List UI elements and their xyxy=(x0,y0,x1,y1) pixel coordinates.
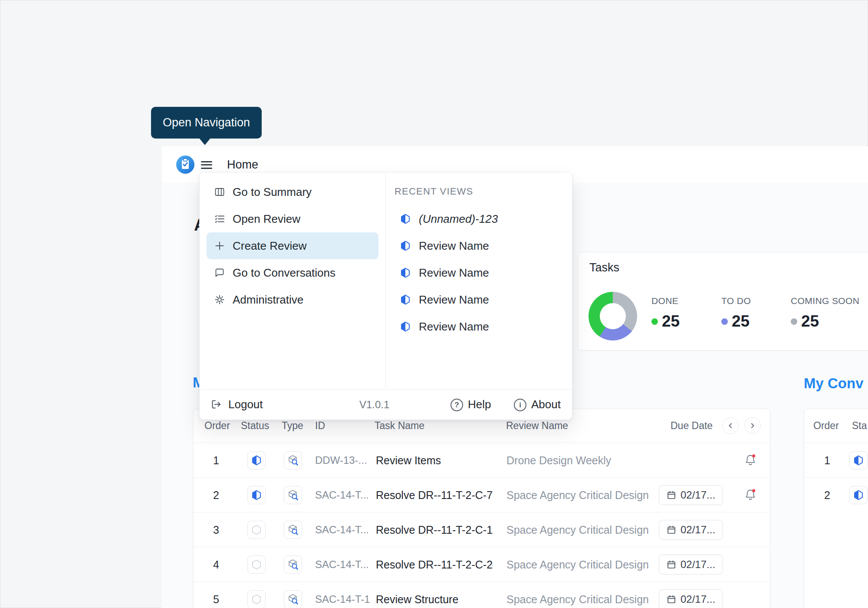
status-in-progress-button[interactable] xyxy=(849,451,868,469)
column-header-due-date: Due Date xyxy=(671,409,713,443)
due-date-chip[interactable]: 02/17... xyxy=(659,485,723,505)
table-row[interactable]: 2 SAC-14-T... Resolve DR--11-T-2-C-7 Spa… xyxy=(194,477,770,512)
type-review-button[interactable] xyxy=(284,486,302,504)
logout-button[interactable]: Logout xyxy=(228,390,263,420)
menu-item-label: Create Review xyxy=(233,239,307,253)
cell-review-name: Space Agency Critical Design xyxy=(506,512,649,547)
notification-bell-icon[interactable] xyxy=(744,488,757,501)
cell-review-name: Space Agency Critical Design xyxy=(506,478,649,512)
calendar-icon xyxy=(667,595,676,604)
due-date-chip[interactable]: 02/17... xyxy=(659,520,723,540)
tasks-donut-chart xyxy=(589,292,637,340)
hexagon-half-icon xyxy=(400,213,411,225)
cube-search-icon xyxy=(287,524,299,536)
cube-search-icon xyxy=(287,489,299,501)
type-review-button[interactable] xyxy=(284,555,302,574)
recent-views-heading: RECENT VIEWS xyxy=(395,186,473,197)
cell-task-name: Review Items xyxy=(376,443,441,478)
due-date-chip[interactable]: 02/17... xyxy=(659,555,723,575)
table-row[interactable]: 2 xyxy=(804,477,868,512)
status-open-button[interactable] xyxy=(247,590,266,608)
recent-view-item[interactable]: Review Name xyxy=(400,286,489,313)
due-date-value: 02/17... xyxy=(681,524,715,536)
menu-divider xyxy=(385,172,386,390)
cell-id: SAC-14-T... xyxy=(315,547,369,582)
recent-view-item[interactable]: Review Name xyxy=(400,259,489,286)
open-navigation-tooltip: Open Navigation xyxy=(151,107,262,139)
status-open-button[interactable] xyxy=(247,555,266,574)
cell-order: 1 xyxy=(817,443,837,478)
checklist-icon xyxy=(214,213,225,225)
cell-id: SAC-14-T... xyxy=(315,512,369,547)
cell-task-name: Resolve DR--11-T-2-C-7 xyxy=(376,478,493,512)
cell-id: DDW-13-... xyxy=(315,443,367,478)
table-row[interactable]: 3 SAC-14-T... Resolve DR--11-T-2-C-1 Spa… xyxy=(194,512,770,547)
next-page-button[interactable] xyxy=(744,417,761,434)
legend-coming-soon: COMING SOON 25 xyxy=(791,296,859,330)
menu-item-label: Open Review xyxy=(233,212,300,226)
status-in-progress-button[interactable] xyxy=(849,486,868,504)
cell-order: 2 xyxy=(817,478,837,512)
todo-label: TO DO xyxy=(721,296,751,306)
due-date-chip[interactable]: 02/17... xyxy=(659,589,723,608)
table-row[interactable]: 1 DDW-13-... Review Items Drone Design W… xyxy=(194,443,770,478)
hamburger-menu-icon[interactable] xyxy=(201,159,212,170)
my-conversations-heading: My Conv xyxy=(804,375,864,392)
about-icon: i xyxy=(514,399,526,411)
cell-task-name: Resolve DR--11-T-2-C-1 xyxy=(376,512,493,547)
menu-item-administrative[interactable]: Administrative xyxy=(207,286,378,313)
recent-view-item[interactable]: Review Name xyxy=(400,232,489,259)
help-icon: ? xyxy=(450,399,463,411)
recent-view-label: Review Name xyxy=(419,320,489,334)
type-review-button[interactable] xyxy=(284,590,302,608)
cell-order: 1 xyxy=(207,443,226,478)
hexagon-half-icon xyxy=(400,294,411,305)
help-button[interactable]: Help xyxy=(468,390,491,420)
prev-page-button[interactable] xyxy=(722,417,739,434)
hexagon-half-icon xyxy=(400,321,411,332)
coming-soon-count: 25 xyxy=(801,312,819,330)
tooltip-label: Open Navigation xyxy=(163,116,250,129)
recent-view-label: Review Name xyxy=(419,239,489,253)
legend-done-label: DONE xyxy=(651,296,680,306)
status-in-progress-button[interactable] xyxy=(247,451,266,469)
coming-soon-label: COMING SOON xyxy=(791,296,859,306)
summary-icon xyxy=(214,186,225,198)
coming-soon-dot-icon xyxy=(791,318,797,325)
recent-view-label: (Unnamed)-123 xyxy=(419,212,498,226)
calendar-icon xyxy=(667,560,676,569)
hexagon-half-icon xyxy=(853,489,864,501)
hexagon-half-icon xyxy=(251,489,262,501)
menu-item-open-review[interactable]: Open Review xyxy=(207,205,378,232)
menu-item-label: Administrative xyxy=(233,293,303,307)
due-date-value: 02/17... xyxy=(681,558,715,571)
version-label: V1.0.1 xyxy=(359,390,389,420)
menu-item-create-review[interactable]: Create Review xyxy=(207,232,378,259)
due-date-value: 02/17... xyxy=(681,489,715,501)
table-row[interactable]: 1 xyxy=(804,443,868,478)
cube-search-icon xyxy=(287,593,299,605)
hexagon-outline-icon xyxy=(251,524,262,535)
status-open-button[interactable] xyxy=(247,521,266,539)
cell-order: 3 xyxy=(207,512,226,547)
table-row[interactable]: 5 SAC-14-T-1 Review Structure Space Agen… xyxy=(194,582,770,608)
notification-bell-icon[interactable] xyxy=(744,453,757,466)
recent-view-label: Review Name xyxy=(419,266,489,280)
recent-view-item[interactable]: Review Name xyxy=(400,313,489,340)
table-row[interactable]: 4 SAC-14-T... Resolve DR--11-T-2-C-2 Spa… xyxy=(194,547,770,582)
status-in-progress-button[interactable] xyxy=(247,486,266,504)
gear-icon xyxy=(214,294,225,305)
menu-item-go-to-conversations[interactable]: Go to Conversations xyxy=(207,259,378,286)
recent-view-item[interactable]: (Unnamed)-123 xyxy=(400,205,498,232)
hexagon-half-icon xyxy=(400,240,411,251)
type-review-button[interactable] xyxy=(284,521,302,539)
cell-review-name: Space Agency Critical Design xyxy=(506,582,649,608)
type-review-button[interactable] xyxy=(284,451,302,469)
app-logo-icon xyxy=(176,155,194,174)
my-tasks-table: Order Status Type ID Task Name Review Na… xyxy=(193,409,770,608)
about-button[interactable]: About xyxy=(531,390,561,420)
menu-item-label: Go to Summary xyxy=(233,185,312,199)
cell-order: 2 xyxy=(207,478,226,512)
menu-item-go-to-summary[interactable]: Go to Summary xyxy=(207,178,378,205)
screen: Home Open Navigation A M My Conv Tasks D… xyxy=(0,0,868,608)
